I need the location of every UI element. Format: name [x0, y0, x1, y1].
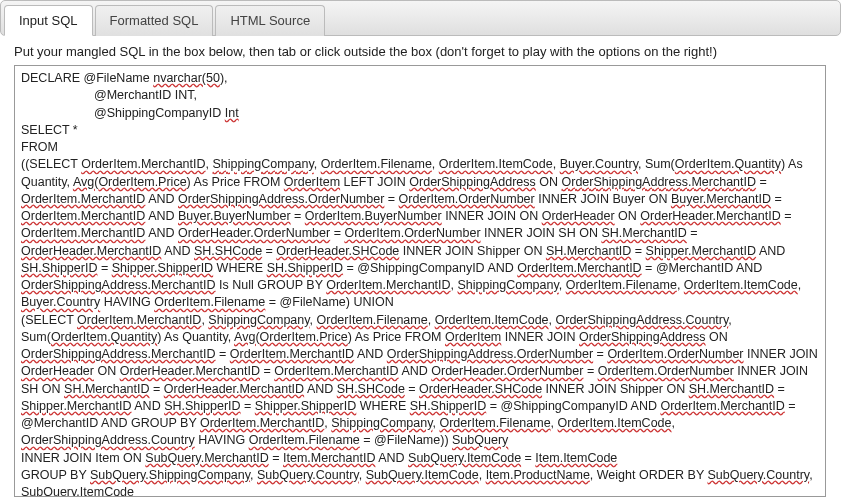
- sql-text: OrderItem.Quantity: [675, 157, 781, 171]
- sql-text: @MerchantID INT,: [94, 88, 197, 102]
- tab-input-sql[interactable]: Input SQL: [4, 5, 93, 36]
- sql-text: OrderItem.MerchantID: [81, 157, 205, 171]
- sql-text: ,: [559, 278, 566, 292]
- sql-text: WHERE: [213, 261, 266, 275]
- sql-text: AND: [131, 399, 164, 413]
- sql-text: DECLARE @FileName: [21, 71, 150, 85]
- sql-text: Item.MerchantID: [283, 451, 375, 465]
- sql-text: OrderItem.OrderNumber: [607, 347, 743, 361]
- sql-text: SH.MerchantID: [64, 382, 149, 396]
- sql-text: ,: [310, 313, 317, 327]
- sql-text: =: [384, 192, 398, 206]
- sql-text: ,: [451, 278, 458, 292]
- sql-text: OrderHeader: [21, 364, 94, 378]
- sql-text: OrderItem.MerchantID: [77, 313, 201, 327]
- sql-text: =: [291, 209, 305, 223]
- sql-text: HAVING: [195, 433, 249, 447]
- sql-text: OrderShippingAddress: [579, 330, 705, 344]
- sql-text: OrderShippingAddress.OrderNumber: [387, 347, 593, 361]
- sql-text: ,: [798, 278, 801, 292]
- sql-text: OrderShippingAddress.OrderNumber: [178, 192, 384, 206]
- sql-text: FROM: [21, 140, 58, 154]
- sql-text: OrderItem.ItemCode: [558, 416, 672, 430]
- sql-text: =: [521, 451, 535, 465]
- tab-formatted-sql[interactable]: Formatted SQL: [95, 5, 214, 36]
- sql-text: INNER JOIN Item ON: [21, 451, 145, 465]
- sql-text: OrderItem.Filename: [566, 278, 677, 292]
- sql-text: ,: [672, 416, 675, 430]
- sql-text: OrderHeader.OrderNumber: [178, 226, 330, 240]
- sql-text: OrderItem.MerchantID: [660, 399, 784, 413]
- sql-text: OrderHeader.OrderNumber: [431, 364, 583, 378]
- sql-text: Avg(: [73, 175, 98, 189]
- sql-text: SELECT *: [21, 123, 78, 137]
- sql-text: OrderItem.ItemCode: [439, 157, 553, 171]
- sql-text: AND: [145, 192, 178, 206]
- sql-text: SubQuery.Country: [707, 468, 809, 482]
- sql-text: LEFT JOIN: [340, 175, 409, 189]
- sql-text: ,: [728, 313, 731, 327]
- sql-text: =: [781, 209, 792, 223]
- sql-text: = @ShippingCompanyID AND: [343, 261, 517, 275]
- sql-text: ((SELECT: [21, 157, 81, 171]
- instructions-text: Put your mangled SQL in the box below, t…: [14, 44, 837, 59]
- sql-text: OrderItem.OrderNumber: [344, 226, 480, 240]
- sql-text: Shipper.MerchantID: [21, 399, 131, 413]
- sql-text: ShippingCompany: [331, 416, 432, 430]
- sql-input-box[interactable]: DECLARE @FileName nvarchar(50), @Merchan…: [14, 65, 826, 497]
- sql-text: SubQuery: [452, 433, 508, 447]
- sql-text: SubQuery.ItemCode: [408, 451, 521, 465]
- sql-text: Item.ItemCode: [535, 451, 617, 465]
- sql-text: ,: [638, 157, 645, 171]
- content-panel: Put your mangled SQL in the box below, t…: [0, 36, 841, 501]
- sql-text: AND: [145, 209, 178, 223]
- sql-text: OrderItem.Filename: [249, 433, 360, 447]
- sql-text: ,: [677, 278, 684, 292]
- sql-text: INNER JOIN Buyer ON: [535, 192, 671, 206]
- sql-text: OrderHeader: [542, 209, 615, 223]
- sql-text: OrderShippingAddress.MerchantID: [21, 278, 216, 292]
- sql-text: SubQuery.Country: [257, 468, 359, 482]
- sql-text: AND: [145, 226, 178, 240]
- sql-text: OrderItem.ItemCode: [684, 278, 798, 292]
- sql-text: OrderItem.MerchantID: [326, 278, 450, 292]
- sql-text: ) As Price FROM: [187, 175, 284, 189]
- sql-text: Shipper.ShipperID: [112, 261, 213, 275]
- sql-text: SH.ShipperID: [410, 399, 486, 413]
- sql-text: OrderHeader.MerchantID: [640, 209, 780, 223]
- sql-text: INNER JOIN: [501, 330, 579, 344]
- sql-text: SH.SHCode: [194, 244, 262, 258]
- sql-text: ShippingCompany: [208, 313, 309, 327]
- sql-text: INNER JOIN: [744, 347, 818, 361]
- sql-text: OrderItem.Filename: [321, 157, 432, 171]
- sql-text: AND: [354, 347, 387, 361]
- tabs-bar: Input SQL Formatted SQL HTML Source: [0, 0, 841, 36]
- sql-text: SH.ShipperID: [164, 399, 240, 413]
- sql-text: ,: [549, 313, 556, 327]
- sql-text: SH.MerchantID: [601, 226, 686, 240]
- sql-text: ,: [553, 157, 560, 171]
- sql-text: Buyer.BuyerNumber: [178, 209, 291, 223]
- sql-text: OrderItem.MerchantID: [274, 364, 398, 378]
- sql-text: ,: [206, 157, 213, 171]
- sql-text: OrderShippingAddress.Country: [556, 313, 729, 327]
- sql-text: HAVING: [100, 295, 154, 309]
- sql-text: = @FileName)): [360, 433, 452, 447]
- sql-text: OrderItem.MerchantID: [21, 192, 145, 206]
- sql-text: SH.ShipperID: [21, 261, 97, 275]
- sql-text: AND: [304, 382, 337, 396]
- sql-text: OrderItem.MerchantID: [230, 347, 354, 361]
- sql-text: Sum(: [21, 330, 51, 344]
- tab-html-source[interactable]: HTML Source: [215, 5, 325, 36]
- sql-text: Int: [225, 106, 239, 120]
- sql-text: =: [150, 382, 164, 396]
- sql-text: ) As Quantity,: [157, 330, 234, 344]
- sql-text: Buyer.Country: [21, 295, 100, 309]
- sql-text: Shipper.ShipperID: [255, 399, 356, 413]
- sql-text: SubQuery.ItemCode: [366, 468, 479, 482]
- sql-text: ,: [809, 468, 812, 482]
- sql-text: ON: [615, 209, 641, 223]
- sql-text: =: [583, 364, 597, 378]
- sql-text: Is Null GROUP BY: [216, 278, 327, 292]
- sql-text: (SELECT: [21, 313, 77, 327]
